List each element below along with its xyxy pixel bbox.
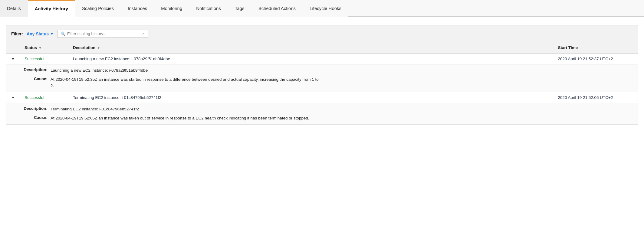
detail-description-value: Terminating EC2 instance: i-01c84796eb52…	[51, 106, 139, 112]
tab-scheduled-actions[interactable]: Scheduled Actions	[251, 0, 303, 17]
activity-table: Status ▼ Description ▼ Start Time ▼Succe…	[6, 42, 638, 125]
detail-cause-label: Cause:	[11, 77, 48, 81]
tab-tags[interactable]: Tags	[228, 0, 251, 17]
tab-details[interactable]: Details	[0, 0, 28, 17]
search-icon: 🔍	[61, 31, 65, 36]
main-content: Filter: Any Status ▼ 🔍 × Status ▼	[0, 17, 644, 131]
filter-bar: Filter: Any Status ▼ 🔍 ×	[6, 25, 638, 42]
th-description: Description ▼	[68, 42, 553, 53]
tabs-bar: DetailsActivity HistoryScaling PoliciesI…	[0, 0, 644, 17]
clear-icon[interactable]: ×	[142, 31, 145, 36]
search-input[interactable]	[67, 31, 140, 36]
detail-row: Description:Launching a new EC2 instance…	[6, 64, 638, 92]
tab-monitoring[interactable]: Monitoring	[154, 0, 189, 17]
tab-activity-history[interactable]: Activity History	[28, 0, 75, 17]
tab-instances[interactable]: Instances	[121, 0, 154, 17]
start-time-cell: 2020 April 19 21:52:05 UTC+2	[553, 92, 638, 103]
start-time-cell: 2020 April 19 21:52:37 UTC+2	[553, 53, 638, 64]
tab-lifecycle-hooks[interactable]: Lifecycle Hooks	[303, 0, 348, 17]
description-cell: Launching a new EC2 instance: i-078a29f5…	[68, 53, 553, 64]
th-status-label: Status	[25, 45, 37, 50]
filter-label: Filter:	[11, 31, 23, 36]
status-badge: Successful	[25, 57, 44, 61]
detail-description-value: Launching a new EC2 instance: i-078a29f5…	[51, 67, 148, 73]
expand-arrow[interactable]: ▼	[11, 96, 15, 100]
detail-cause-value: At 2020-04-19T19:52:35Z an instance was …	[51, 77, 323, 89]
detail-row: Description:Terminating EC2 instance: i-…	[6, 103, 638, 125]
th-expand	[6, 42, 20, 53]
detail-cause-label: Cause:	[11, 115, 48, 120]
table-row: ▼SuccessfulLaunching a new EC2 instance:…	[6, 53, 638, 64]
th-start-time: Start Time	[553, 42, 638, 53]
table-body: ▼SuccessfulLaunching a new EC2 instance:…	[6, 53, 638, 125]
detail-cause-value: At 2020-04-19T19:52:05Z an instance was …	[51, 115, 309, 121]
description-cell: Terminating EC2 instance: i-01c84796eb52…	[68, 92, 553, 103]
detail-description-label: Description:	[11, 67, 48, 72]
tab-notifications[interactable]: Notifications	[189, 0, 228, 17]
status-filter-button[interactable]: Any Status ▼	[27, 31, 54, 36]
status-filter-value: Any Status	[27, 31, 49, 36]
tab-scaling-policies[interactable]: Scaling Policies	[75, 0, 121, 17]
chevron-down-icon: ▼	[50, 32, 54, 36]
th-status: Status ▼	[20, 42, 68, 53]
status-badge: Successful	[25, 95, 44, 100]
expand-arrow[interactable]: ▼	[11, 57, 15, 61]
sort-icon-status: ▼	[38, 46, 42, 50]
search-box: 🔍 ×	[57, 30, 148, 38]
table-row: ▼SuccessfulTerminating EC2 instance: i-0…	[6, 92, 638, 103]
detail-description-label: Description:	[11, 106, 48, 111]
th-description-label: Description	[73, 45, 95, 50]
table-header: Status ▼ Description ▼ Start Time	[6, 42, 638, 53]
sort-icon-description: ▼	[97, 46, 100, 50]
th-start-time-label: Start Time	[558, 45, 578, 50]
